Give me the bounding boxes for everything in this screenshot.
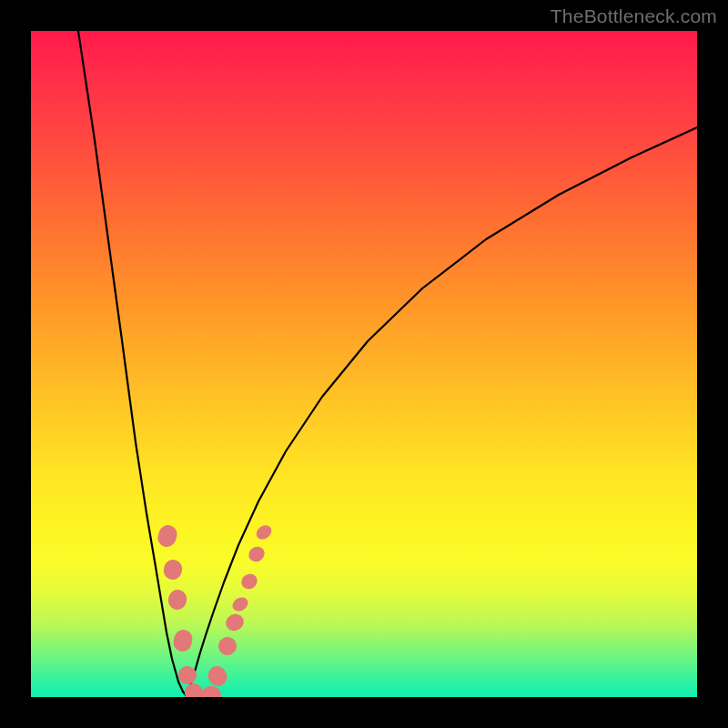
plot-area: [31, 31, 697, 697]
marker-capsule: [156, 522, 179, 549]
marker-point: [161, 558, 184, 582]
marker-capsule: [246, 543, 268, 565]
marker-capsule: [172, 628, 195, 653]
marker-capsule: [167, 588, 189, 612]
marker-capsule: [205, 663, 230, 690]
marker-capsule: [254, 522, 275, 542]
marker-capsule: [238, 571, 260, 592]
marker-point: [156, 522, 179, 549]
marker-capsule: [201, 686, 221, 697]
chart-svg: [31, 31, 697, 697]
marker-point: [238, 571, 260, 592]
marker-point: [201, 686, 221, 697]
marker-capsule: [230, 594, 251, 613]
curve-right-curve: [187, 127, 697, 696]
marker-capsule: [223, 611, 247, 634]
marker-point: [215, 633, 239, 658]
marker-point: [172, 628, 195, 653]
marker-point: [254, 522, 275, 542]
marker-point: [167, 588, 189, 612]
watermark-text: TheBottleneck.com: [551, 5, 717, 27]
marker-capsule: [161, 558, 184, 582]
marker-point: [230, 594, 251, 613]
marker-point: [223, 611, 247, 634]
marker-capsule: [215, 633, 239, 658]
chart-outer-frame: TheBottleneck.com: [0, 0, 728, 728]
marker-point: [246, 543, 268, 565]
marker-point: [205, 663, 230, 690]
